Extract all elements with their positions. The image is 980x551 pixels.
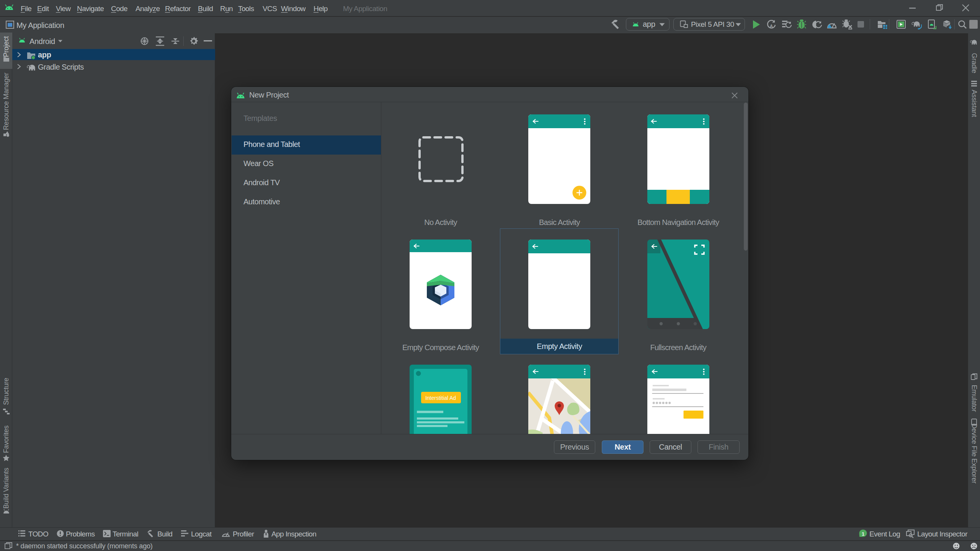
- svg-text:A: A: [770, 24, 773, 28]
- svg-text:Interstitial Ad: Interstitial Ad: [425, 395, 456, 401]
- svg-text:1: 1: [862, 531, 864, 537]
